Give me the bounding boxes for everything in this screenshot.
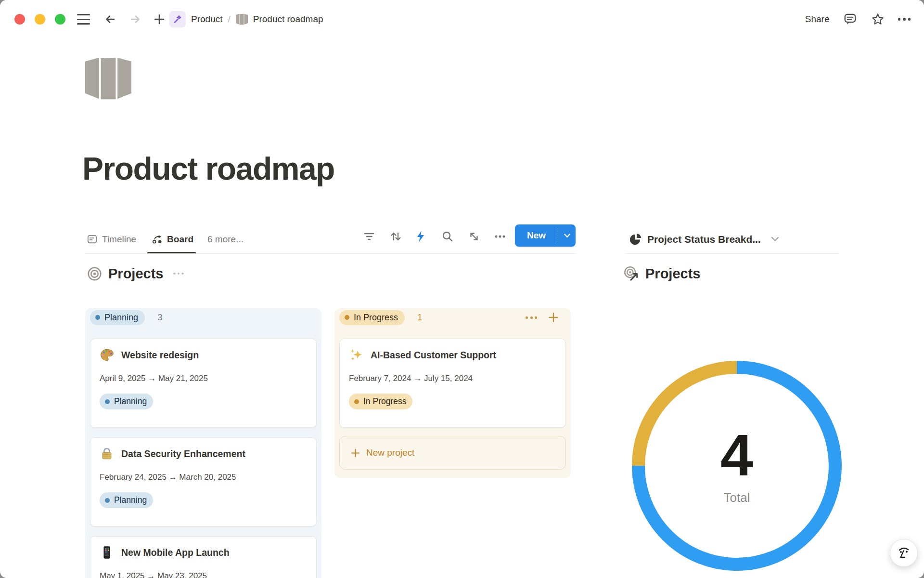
pie-chart-icon	[629, 233, 642, 246]
status-badge-in-progress[interactable]: In Progress	[339, 310, 405, 325]
breadcrumb-separator: /	[228, 14, 230, 25]
ai-assistant-button[interactable]	[890, 539, 918, 567]
chart-section-header: Projects	[623, 263, 700, 284]
chevron-down-icon[interactable]	[771, 236, 779, 242]
page-title: Product roadmap	[82, 150, 334, 187]
tabs-more[interactable]: 6 more...	[207, 234, 244, 245]
sparkles-icon	[349, 348, 363, 362]
window-titlebar: Product / Product roadmap Share	[0, 0, 924, 39]
map-icon-small	[236, 13, 248, 25]
sort-icon[interactable]	[389, 230, 402, 243]
column-options-icon[interactable]	[526, 316, 537, 319]
traffic-lights	[14, 14, 65, 25]
view-tabs: Timeline Board 6 more...	[85, 224, 244, 254]
project-card-data-security[interactable]: Data Security Enhancement February 24, 2…	[90, 437, 317, 526]
breadcrumb-workspace[interactable]: Product	[191, 14, 222, 25]
palette-icon	[100, 348, 114, 362]
card-dates: February 7, 2024 → July 15, 2024	[349, 374, 556, 383]
status-label: In Progress	[363, 396, 406, 407]
tab-board-label: Board	[167, 234, 193, 245]
view-options-ellipsis-icon[interactable]	[493, 230, 507, 243]
maximize-window-button[interactable]	[55, 14, 65, 25]
lock-icon	[100, 447, 114, 461]
status-badge-planning[interactable]: Planning	[90, 310, 145, 325]
column-header-planning[interactable]: Planning 3	[90, 310, 317, 325]
status-dot	[105, 498, 110, 503]
card-dates: April 9, 2025 → May 21, 2025	[100, 374, 307, 383]
donut-total-value: 4	[630, 426, 844, 485]
breadcrumb: Product / Product roadmap	[169, 0, 323, 39]
column-add-card-icon[interactable]	[548, 312, 559, 323]
card-status-badge: Planning	[100, 492, 153, 508]
card-dates: May 1, 2025 → May 23, 2025	[100, 571, 307, 578]
status-label: Planning	[114, 396, 147, 407]
status-dot	[105, 399, 110, 404]
ai-face-icon	[896, 545, 911, 561]
expand-view-icon[interactable]	[467, 230, 481, 243]
donut-total-label: Total	[630, 490, 844, 505]
status-dot	[354, 399, 359, 404]
chart-view-header[interactable]: Project Status Breakd...	[629, 224, 779, 254]
app-window: Product / Product roadmap Share	[0, 0, 924, 578]
new-button-chevron-icon[interactable]	[558, 224, 576, 247]
board-column-in-progress: In Progress 1 AI-Based Customer Support …	[334, 308, 571, 478]
breadcrumb-page[interactable]: Product roadmap	[253, 14, 323, 25]
card-status-badge: Planning	[100, 394, 153, 409]
board-column-planning: Planning 3 Website redesign April 9, 202…	[85, 308, 321, 578]
timeline-view-icon	[87, 234, 98, 245]
linked-target-icon	[623, 266, 639, 282]
mobile-phone-icon	[100, 545, 114, 560]
column-count: 1	[417, 312, 423, 323]
status-label: Planning	[104, 313, 138, 323]
filter-icon[interactable]	[362, 230, 376, 243]
status-label: In Progress	[354, 313, 398, 323]
project-card-website-redesign[interactable]: Website redesign April 9, 2025 → May 21,…	[90, 339, 317, 428]
card-status-badge: In Progress	[349, 394, 412, 409]
board-section-title: Projects	[108, 266, 163, 282]
status-label: Planning	[114, 495, 147, 505]
new-project-button[interactable]: New project	[339, 436, 566, 470]
more-options-icon[interactable]	[898, 18, 911, 21]
project-card-mobile-app[interactable]: New Mobile App Launch May 1, 2025 → May …	[90, 536, 317, 578]
board-header-divider	[85, 253, 576, 254]
status-dot	[95, 315, 100, 320]
chart-section-title: Projects	[645, 266, 700, 282]
card-title: Website redesign	[121, 350, 199, 361]
share-button[interactable]: Share	[805, 14, 830, 25]
sidebar-menu-icon[interactable]	[77, 14, 90, 25]
page-map-icon[interactable]	[85, 57, 131, 100]
forward-arrow-icon[interactable]	[128, 13, 142, 26]
card-title: New Mobile App Launch	[121, 547, 230, 558]
target-icon	[87, 266, 102, 281]
board-section-header: Projects	[87, 263, 184, 284]
back-arrow-icon[interactable]	[103, 13, 117, 26]
automation-lightning-icon[interactable]	[414, 230, 427, 243]
new-project-label: New project	[366, 447, 414, 458]
titlebar-actions: Share	[805, 0, 911, 39]
card-dates: February 24, 2025 → March 20, 2025	[100, 473, 307, 482]
card-title: Data Security Enhancement	[121, 448, 245, 460]
minimize-window-button[interactable]	[35, 14, 45, 25]
board-view-icon	[152, 234, 163, 245]
tab-timeline[interactable]: Timeline	[85, 224, 138, 254]
favorite-star-icon[interactable]	[871, 13, 885, 26]
search-icon[interactable]	[441, 230, 454, 243]
new-button-label: New	[515, 224, 558, 247]
new-tab-plus-icon[interactable]	[153, 13, 166, 26]
status-dot	[345, 315, 349, 320]
tab-board[interactable]: Board	[150, 224, 195, 254]
card-title: AI-Based Customer Support	[371, 350, 496, 361]
new-button[interactable]: New	[515, 224, 576, 247]
column-header-in-progress[interactable]: In Progress 1	[339, 310, 566, 325]
donut-center: 4 Total	[630, 426, 844, 505]
column-count: 3	[157, 312, 163, 323]
close-window-button[interactable]	[14, 14, 25, 25]
comments-icon[interactable]	[843, 12, 858, 26]
project-card-ai-support[interactable]: AI-Based Customer Support February 7, 20…	[339, 339, 566, 428]
chart-view-title: Project Status Breakd...	[647, 234, 761, 245]
workspace-hammer-icon[interactable]	[169, 11, 186, 27]
tab-timeline-label: Timeline	[102, 234, 136, 245]
plus-icon	[350, 448, 360, 458]
section-options-icon[interactable]	[173, 273, 184, 275]
